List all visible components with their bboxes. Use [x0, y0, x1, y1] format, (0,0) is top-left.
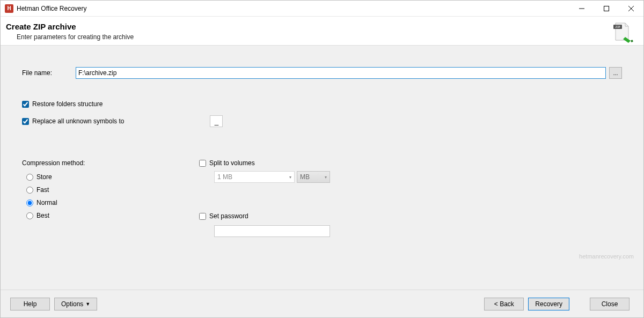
- split-volumes-checkbox[interactable]: [199, 160, 206, 167]
- titlebar: H Hetman Office Recovery: [1, 1, 643, 17]
- watermark-text: hetmanrecovery.com: [579, 253, 634, 260]
- compression-title: Compression method:: [22, 159, 172, 167]
- volume-unit-value: MB: [300, 173, 310, 181]
- wizard-header: Create ZIP archive Enter parameters for …: [1, 17, 643, 46]
- close-footer-button[interactable]: Close: [590, 298, 630, 310]
- chevron-down-icon: ▼: [85, 301, 90, 307]
- compression-fast-label: Fast: [36, 186, 49, 194]
- wizard-content: File name: ... Restore folders structure…: [1, 46, 643, 290]
- compression-best-label: Best: [36, 212, 49, 219]
- browse-button[interactable]: ...: [609, 67, 622, 79]
- chevron-down-icon: ▾: [325, 175, 327, 180]
- compression-normal-radio[interactable]: [26, 199, 33, 206]
- volume-size-value: 1 MB: [217, 173, 232, 181]
- compression-best-radio[interactable]: [26, 212, 33, 219]
- minimize-icon: [579, 6, 584, 11]
- maximize-icon: [604, 6, 609, 11]
- volume-size-combo[interactable]: 1 MB ▾: [214, 171, 295, 183]
- replace-symbols-label: Replace all unknown symbols to: [32, 117, 124, 125]
- recovery-button[interactable]: Recovery: [528, 298, 569, 310]
- compression-store-label: Store: [36, 173, 52, 181]
- compression-store-radio[interactable]: [26, 174, 33, 181]
- help-button[interactable]: Help: [10, 298, 50, 310]
- zip-archive-icon: ZIP: [612, 21, 634, 42]
- set-password-label: Set password: [209, 212, 248, 220]
- svg-text:ZIP: ZIP: [616, 25, 621, 28]
- options-button[interactable]: Options▼: [54, 298, 97, 310]
- set-password-checkbox[interactable]: [199, 213, 206, 220]
- minimize-button[interactable]: [569, 1, 594, 17]
- back-button[interactable]: < Back: [484, 298, 524, 310]
- split-volumes-label: Split to volumes: [209, 159, 255, 167]
- svg-rect-1: [604, 6, 609, 11]
- password-input[interactable]: [214, 225, 330, 237]
- page-subtitle: Enter parameters for creating the archiv…: [17, 33, 633, 41]
- restore-folders-label: Restore folders structure: [32, 100, 103, 108]
- file-name-input[interactable]: [76, 67, 606, 79]
- app-icon: H: [5, 4, 13, 13]
- wizard-footer: Help Options▼ < Back Recovery Close: [1, 290, 643, 317]
- volume-unit-combo[interactable]: MB ▾: [297, 171, 330, 183]
- compression-fast-radio[interactable]: [26, 187, 33, 194]
- close-icon: [628, 6, 634, 11]
- close-button[interactable]: [619, 1, 643, 17]
- file-name-label: File name:: [22, 69, 76, 77]
- window-title: Hetman Office Recovery: [17, 5, 87, 12]
- page-title: Create ZIP archive: [6, 22, 633, 31]
- replace-symbols-checkbox[interactable]: [22, 118, 29, 125]
- replace-char-input[interactable]: [210, 115, 223, 127]
- compression-normal-label: Normal: [36, 199, 57, 206]
- restore-folders-checkbox[interactable]: [22, 101, 29, 108]
- chevron-down-icon: ▾: [289, 175, 291, 180]
- maximize-button[interactable]: [594, 1, 619, 17]
